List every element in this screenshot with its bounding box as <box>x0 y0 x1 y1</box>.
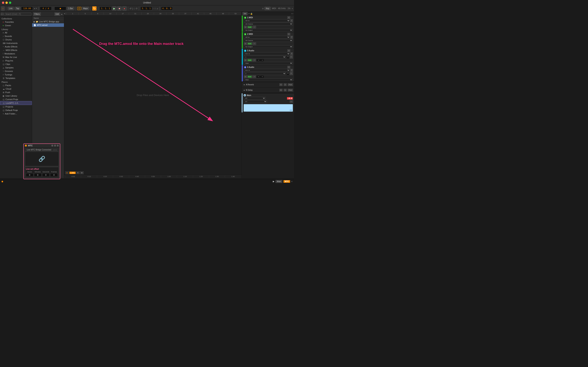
key-label-btn[interactable]: Key <box>264 7 270 10</box>
track-3-active-btn[interactable]: ● <box>244 50 246 52</box>
tap-button[interactable]: Tap <box>15 7 20 10</box>
seconds-input[interactable] <box>42 173 50 177</box>
return-a-label-btn[interactable]: A <box>279 83 282 86</box>
h-btn[interactable]: H <box>76 171 80 174</box>
track-2-auto-btn[interactable]: Auto <box>247 42 252 45</box>
track-3-in-btn[interactable]: In <box>244 59 247 61</box>
play-button[interactable]: ▶ <box>112 6 117 11</box>
track-4-in-btn[interactable]: In <box>244 75 247 78</box>
track-2-off-btn[interactable]: Off <box>252 42 256 45</box>
time-sig-display[interactable]: 4 / 4 <box>40 7 51 10</box>
sidebar-item-samples[interactable]: ◬ Samples <box>0 66 32 69</box>
rec-button[interactable]: ● <box>122 6 126 11</box>
sidebar-item-max-for-live[interactable]: M Max for Live <box>0 55 32 59</box>
return-b-active[interactable]: ● <box>244 89 245 91</box>
sidebar-item-all[interactable]: ≡ All <box>0 31 32 34</box>
device-window-buttons[interactable] <box>51 145 59 147</box>
tempo-controls[interactable]: ▲ ▼ <box>34 8 37 9</box>
track-3-s-btn[interactable]: S <box>287 49 290 52</box>
return-a-post-btn[interactable]: Post <box>288 83 293 86</box>
tempo-down[interactable]: ▼ <box>35 8 37 9</box>
master-active-btn[interactable]: ● <box>244 94 246 96</box>
track-3-auto-btn[interactable]: Auto <box>247 59 252 61</box>
sidebar-item-plugins[interactable]: ▷ Plug-Ins <box>0 59 32 62</box>
sidebar-item-cloud[interactable]: ☁ Cloud <box>0 87 32 91</box>
track-2-channel-select[interactable]: All Channe <box>244 39 293 42</box>
minimize-button[interactable] <box>5 1 8 4</box>
track-3-output-select[interactable]: Main <box>244 62 293 65</box>
master-frac2-select[interactable]: 1/2 <box>244 100 267 103</box>
return-a-s-btn[interactable]: S <box>284 83 287 86</box>
track-1-input-select[interactable]: All Ins <box>244 19 290 22</box>
track-3-channel-select[interactable]: 1 <box>244 56 286 58</box>
track-1-s-btn[interactable]: S <box>287 16 290 19</box>
midi-input-btn[interactable]: ↻ <box>92 6 97 11</box>
track-4-auto-btn[interactable]: Auto <box>247 75 252 78</box>
device-resize-btn[interactable] <box>54 145 56 147</box>
next-bar-icon[interactable]: › <box>293 12 293 15</box>
sidebar-item-modulators[interactable]: ⟟ Modulators <box>0 52 32 55</box>
prev-bar-icon[interactable]: ‹ <box>291 12 292 15</box>
set-button[interactable]: Set <box>243 12 248 15</box>
sidebar-item-sounds[interactable]: ♪ Sounds <box>0 34 32 38</box>
lock-icon[interactable]: 🔒 <box>250 13 252 15</box>
return-a-active[interactable]: ● <box>244 84 245 86</box>
track-4-more[interactable]: ⋮ <box>291 66 293 68</box>
track-2-s-btn[interactable]: S <box>287 33 290 35</box>
track-2-input-select[interactable]: All Ins <box>244 36 290 39</box>
minutes-input[interactable] <box>34 173 42 177</box>
arrangement-tracks[interactable]: Drop Files and Devices Here <box>64 16 242 175</box>
window-controls[interactable] <box>2 1 11 4</box>
maximize-button[interactable] <box>9 1 11 4</box>
device-close-btn[interactable] <box>57 145 59 147</box>
sidebar-item-current-proj[interactable]: ◱ Current Proje <box>0 98 32 101</box>
track-1-off-btn[interactable]: Off <box>252 26 256 28</box>
key-scale[interactable]: Major <box>82 7 89 10</box>
track-4-input-select[interactable]: Ext. In <box>244 69 290 72</box>
sidebar-item-tunings[interactable]: ♯ Tunings <box>0 73 32 76</box>
bar-btn[interactable]: 1 Bar <box>67 7 74 10</box>
hours-input[interactable] <box>26 173 34 177</box>
key-note[interactable]: C <box>77 7 81 10</box>
loop-btn[interactable]: ↺ <box>129 7 131 10</box>
track-3-input-select[interactable]: Ext. In <box>244 52 290 55</box>
return-b-s-btn[interactable]: S <box>284 89 287 91</box>
track-1-auto-btn[interactable]: Auto <box>247 26 252 28</box>
search-input[interactable] <box>4 12 32 16</box>
position1[interactable]: 1. 1. 1 <box>100 7 111 10</box>
close-button[interactable] <box>2 1 4 4</box>
frames-input[interactable] <box>50 173 58 177</box>
link-button[interactable]: Link <box>8 7 14 10</box>
tempo-value-btn[interactable]: 1.00x <box>69 172 76 174</box>
sidebar-item-default-proj[interactable]: ◱ Default Proje <box>0 108 32 112</box>
track-2-vol-num[interactable]: 2 <box>291 36 293 39</box>
sidebar-item-instruments[interactable]: ⌨ Instruments <box>0 42 32 45</box>
track-1-more[interactable]: ⋮ <box>291 17 293 19</box>
position3[interactable]: 4. 0. 0 <box>161 7 173 10</box>
edit-button[interactable]: Edit <box>54 12 60 16</box>
hook-btn[interactable]: ⬡ <box>1 6 5 11</box>
position2[interactable]: 3. 1. 1 <box>140 7 152 10</box>
track-3-more[interactable]: ⋮ <box>291 50 293 52</box>
sidebar-item-clips[interactable]: ◱ Clips <box>0 62 32 66</box>
sidebar-item-push[interactable]: ⊞ Push <box>0 91 32 94</box>
play-bottom-btn[interactable]: ▶ <box>273 180 274 183</box>
track-4-off-btn[interactable]: Off <box>252 75 256 78</box>
loop-indicator[interactable]: ⊕ <box>65 171 69 174</box>
track-1-channel-select[interactable]: All Channe <box>244 23 293 25</box>
filters-button[interactable]: Filters <box>33 12 41 16</box>
browser-item-app[interactable]: ▶ 📁 Live MTC Bridge.app <box>32 20 64 23</box>
track-2-in-btn[interactable]: In <box>244 42 247 45</box>
punch-btn[interactable]: □ <box>134 7 135 10</box>
track-2-output-select[interactable]: No Output <box>244 45 293 48</box>
sidebar-item-favorites[interactable]: Favorites <box>0 20 32 24</box>
sidebar-item-user-library[interactable]: ◧ User Library <box>0 94 32 98</box>
sidebar-item-midi-effects[interactable]: ↔ MIDI Effects <box>0 48 32 52</box>
track-4-channel-select[interactable]: 2 <box>244 72 286 75</box>
stop-button[interactable]: ■ <box>117 6 122 11</box>
browser-item-mtc[interactable]: 📄 MTC.amxd <box>32 23 64 27</box>
track-4-active-btn[interactable]: ● <box>244 66 246 68</box>
master-vol-display[interactable]: -6.0 <box>287 97 293 100</box>
sidebar-item-audio-effects[interactable]: ~ Audio Effects <box>0 45 32 48</box>
tempo-display[interactable]: 120.00 <box>21 7 33 10</box>
